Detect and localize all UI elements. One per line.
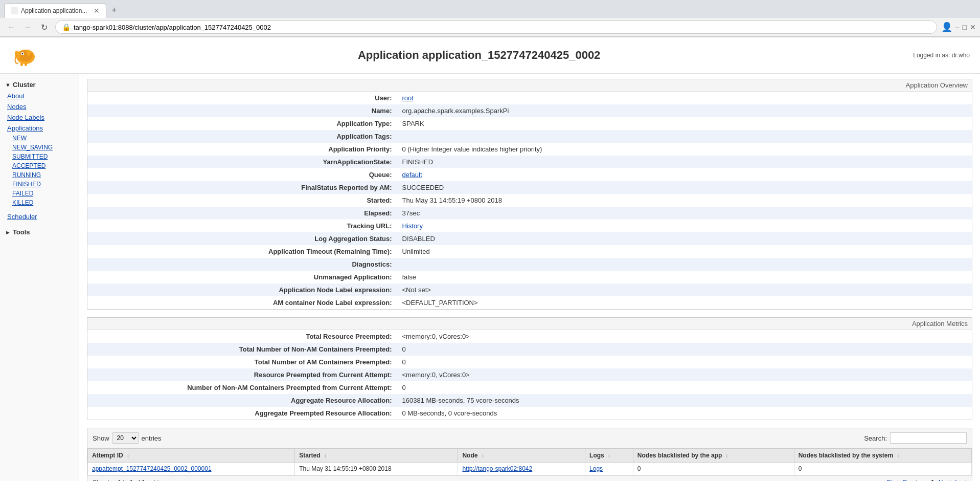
- sidebar-item-new[interactable]: NEW: [0, 134, 79, 143]
- show-label: Show: [93, 434, 109, 442]
- forward-button[interactable]: →: [20, 20, 35, 34]
- cluster-label: Cluster: [13, 81, 36, 89]
- sidebar-item-scheduler[interactable]: Scheduler: [0, 211, 79, 222]
- profile-icon[interactable]: 👤: [941, 21, 952, 33]
- pagination: First Previous 1 Next Last: [887, 479, 967, 481]
- logs-cell[interactable]: Logs: [585, 463, 633, 475]
- metrics-value-1: 0: [397, 343, 972, 356]
- tab-close-button[interactable]: ✕: [94, 7, 100, 15]
- back-button[interactable]: ←: [4, 20, 18, 34]
- pagination-first[interactable]: First: [887, 479, 899, 481]
- metrics-value-2: 0: [397, 356, 972, 368]
- overview-value-11: DISABLED: [397, 232, 972, 245]
- col-header-2[interactable]: Node ↕: [458, 449, 585, 463]
- sidebar-item-killed[interactable]: KILLED: [0, 198, 79, 207]
- svg-point-7: [27, 50, 31, 56]
- sidebar-item-applications[interactable]: Applications: [0, 123, 79, 134]
- sidebar-item-node-labels[interactable]: Node Labels: [0, 112, 79, 123]
- sidebar-item-about[interactable]: About: [0, 91, 79, 101]
- overview-label-15: Application Node Label expression:: [87, 283, 397, 296]
- active-tab[interactable]: Application application... ✕: [4, 3, 106, 18]
- attempts-data-table: Attempt ID ↕Started ↕Node ↕Logs ↕Nodes b…: [87, 448, 972, 475]
- overview-value-5: FINISHED: [397, 156, 972, 168]
- node-cell[interactable]: http://tango-spark02:8042: [458, 463, 585, 475]
- sidebar-item-nodes[interactable]: Nodes: [0, 101, 79, 112]
- sidebar-item-failed[interactable]: FAILED: [0, 189, 79, 198]
- maximize-button[interactable]: □: [963, 23, 967, 31]
- page-wrapper: Application application_1527747240425_00…: [0, 37, 980, 481]
- showing-info: Showing 1 to 1 of 1 entries: [93, 479, 165, 481]
- pagination-current: 1: [931, 479, 935, 481]
- overview-label-12: Application Timeout (Remaining Time):: [87, 245, 397, 258]
- sidebar-tools-header[interactable]: ► Tools: [0, 226, 79, 238]
- overview-panel-title: Application Overview: [87, 79, 972, 92]
- col-header-0[interactable]: Attempt ID ↕: [88, 449, 295, 463]
- metrics-label-3: Resource Preempted from Current Attempt:: [87, 368, 397, 381]
- metrics-value-6: 0 MB-seconds, 0 vcore-seconds: [397, 407, 972, 420]
- col-header-4[interactable]: Nodes blacklisted by the app ↕: [633, 449, 794, 463]
- entries-label: entries: [142, 434, 162, 442]
- metrics-panel: Application Metrics Total Resource Preem…: [87, 317, 972, 420]
- search-input[interactable]: [890, 432, 967, 444]
- metrics-label-6: Aggregate Preempted Resource Allocation:: [87, 407, 397, 420]
- metrics-table: Total Resource Preempted:<memory:0, vCor…: [87, 330, 972, 420]
- metrics-label-5: Aggregate Resource Allocation:: [87, 394, 397, 407]
- reload-button[interactable]: ↻: [37, 20, 51, 34]
- minimize-button[interactable]: –: [955, 23, 960, 31]
- overview-value-12: Unlimited: [397, 245, 972, 258]
- search-label: Search:: [864, 434, 887, 442]
- overview-value-15: <Not set>: [397, 283, 972, 296]
- datatable-footer: Showing 1 to 1 of 1 entries First Previo…: [87, 475, 972, 481]
- sidebar-item-finished[interactable]: FINISHED: [0, 180, 79, 189]
- overview-value-10[interactable]: History: [397, 220, 972, 232]
- pagination-next[interactable]: Next: [939, 479, 951, 481]
- overview-label-0: User:: [87, 92, 397, 104]
- overview-table: User:rootName:org.apache.spark.examples.…: [87, 92, 972, 309]
- page-header: Application application_1527747240425_00…: [0, 37, 980, 74]
- close-button[interactable]: ✕: [970, 23, 976, 31]
- overview-value-9: 37sec: [397, 207, 972, 220]
- attempt-id-cell[interactable]: appattempt_1527747240425_0002_000001: [88, 463, 295, 475]
- main-layout: ▼ Cluster About Nodes Node Labels Applic…: [0, 74, 980, 481]
- overview-label-11: Log Aggregation Status:: [87, 232, 397, 245]
- tools-arrow-icon: ►: [5, 229, 11, 235]
- col-header-5[interactable]: Nodes blacklisted by the system ↕: [794, 449, 971, 463]
- col-header-3[interactable]: Logs ↕: [585, 449, 633, 463]
- new-tab-button[interactable]: +: [108, 4, 120, 17]
- col-header-1[interactable]: Started ↕: [295, 449, 458, 463]
- logged-in-info: Logged in as: dr.who: [913, 52, 970, 59]
- sidebar-item-running[interactable]: RUNNING: [0, 170, 79, 180]
- sidebar-item-accepted[interactable]: ACCEPTED: [0, 161, 79, 170]
- metrics-label-1: Total Number of Non-AM Containers Preemp…: [87, 343, 397, 356]
- overview-label-10: Tracking URL:: [87, 220, 397, 232]
- address-input[interactable]: [74, 24, 930, 31]
- svg-rect-6: [25, 62, 27, 66]
- cluster-arrow-icon: ▼: [5, 82, 11, 88]
- sidebar-item-submitted[interactable]: SUBMITTED: [0, 152, 79, 161]
- pagination-previous[interactable]: Previous: [903, 479, 927, 481]
- sidebar: ▼ Cluster About Nodes Node Labels Applic…: [0, 74, 79, 481]
- show-entries: Show 10202550100 entries: [93, 432, 162, 444]
- browser-right-icons: 👤 – □ ✕: [941, 21, 976, 33]
- overview-label-6: Queue:: [87, 168, 397, 181]
- sidebar-item-new-saving[interactable]: NEW_SAVING: [0, 143, 79, 152]
- overview-value-0[interactable]: root: [397, 92, 972, 104]
- lock-icon: 🔒: [62, 23, 71, 31]
- pagination-last[interactable]: Last: [955, 479, 967, 481]
- page-title: Application application_1527747240425_00…: [45, 49, 913, 62]
- overview-value-8: Thu May 31 14:55:19 +0800 2018: [397, 194, 972, 207]
- overview-panel: Application Overview User:rootName:org.a…: [87, 79, 972, 310]
- sidebar-cluster-header[interactable]: ▼ Cluster: [0, 79, 79, 91]
- metrics-label-4: Number of Non-AM Containers Preempted fr…: [87, 381, 397, 394]
- svg-point-3: [22, 53, 24, 55]
- overview-label-5: YarnApplicationState:: [87, 156, 397, 168]
- overview-label-4: Application Priority:: [87, 143, 397, 156]
- overview-value-6[interactable]: default: [397, 168, 972, 181]
- address-bar[interactable]: 🔒: [55, 20, 937, 34]
- overview-label-8: Started:: [87, 194, 397, 207]
- overview-value-1: org.apache.spark.examples.SparkPi: [397, 104, 972, 117]
- metrics-value-5: 160381 MB-seconds, 75 vcore-seconds: [397, 394, 972, 407]
- entries-select[interactable]: 10202550100: [112, 432, 139, 444]
- overview-label-7: FinalStatus Reported by AM:: [87, 181, 397, 194]
- started-cell: Thu May 31 14:55:19 +0800 2018: [295, 463, 458, 475]
